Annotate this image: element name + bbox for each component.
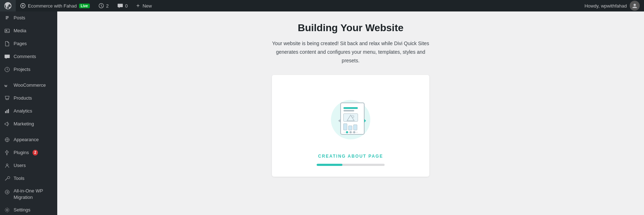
pages-icon (4, 40, 11, 47)
sidebar-item-marketing[interactable]: Marketing (0, 118, 57, 130)
comments-count: 0 (125, 3, 128, 9)
migration-icon (4, 188, 11, 196)
sidebar-item-tools[interactable]: Tools (0, 172, 57, 185)
page-subtitle: Your website is being created! Sit back … (272, 39, 429, 65)
sidebar-item-users[interactable]: Users (0, 159, 57, 172)
svg-point-11 (6, 209, 8, 211)
creating-label: CREATING ABOUT PAGE (318, 154, 383, 159)
migration-label: All-in-One WP Migration (14, 188, 54, 201)
plugins-badge: 2 (33, 150, 38, 156)
svg-rect-20 (348, 126, 352, 130)
sidebar-item-analytics[interactable]: Analytics (0, 105, 57, 118)
live-badge: Live (79, 4, 90, 8)
comments-item[interactable]: 0 (113, 0, 132, 11)
sidebar-item-plugins[interactable]: Plugins 2 (0, 146, 57, 159)
appearance-icon (4, 136, 11, 143)
svg-text:W: W (4, 84, 8, 88)
progress-bar-track (317, 164, 385, 166)
appearance-label: Appearance (14, 137, 39, 143)
sidebar-item-settings[interactable]: Settings (0, 204, 57, 215)
posts-label: Posts (14, 15, 25, 21)
svg-point-2 (6, 30, 7, 31)
svg-rect-6 (6, 110, 7, 113)
svg-rect-14 (343, 107, 358, 109)
page-title: Building Your Website (298, 22, 404, 34)
wp-logo-item[interactable] (0, 0, 16, 11)
sidebar-item-projects[interactable]: Projects (0, 63, 57, 76)
posts-icon (4, 14, 11, 22)
sidebar-item-posts[interactable]: Posts (0, 11, 57, 24)
plugins-icon (4, 149, 11, 156)
analytics-label: Analytics (14, 108, 32, 114)
user-avatar[interactable] (630, 1, 640, 11)
sidebar-item-products[interactable]: Products (0, 92, 57, 105)
woocommerce-label: WooCommerce (14, 82, 46, 89)
svg-rect-21 (353, 125, 357, 130)
svg-rect-19 (343, 124, 347, 130)
marketing-icon (4, 120, 11, 128)
progress-bar-fill (317, 164, 342, 166)
new-item[interactable]: + New (132, 0, 156, 11)
sidebar-item-migration[interactable]: All-in-One WP Migration (0, 185, 57, 204)
analytics-icon (4, 108, 11, 115)
products-label: Products (14, 95, 32, 101)
new-label: New (142, 3, 152, 9)
svg-rect-5 (5, 111, 6, 113)
woo-icon: W (4, 82, 11, 89)
admin-bar: Ecommerce with Fahad Live 2 0 + New Howd… (0, 0, 644, 11)
settings-icon (4, 206, 11, 214)
plugins-label: Plugins (14, 149, 29, 156)
media-icon (4, 27, 11, 34)
site-name: Ecommerce with Fahad (28, 3, 77, 9)
howdy-label: Howdy, wpwithfahad (585, 3, 627, 9)
svg-point-25 (353, 131, 355, 133)
tools-label: Tools (14, 175, 24, 182)
sidebar-item-media[interactable]: Media (0, 24, 57, 37)
svg-point-23 (346, 131, 348, 133)
website-illustration (322, 89, 379, 147)
sidebar-item-comments[interactable]: Comments (0, 50, 57, 63)
updates-count: 2 (106, 3, 109, 9)
svg-rect-15 (343, 110, 354, 111)
tools-icon (4, 175, 11, 182)
site-name-item[interactable]: Ecommerce with Fahad Live (16, 0, 94, 11)
sidebar-item-appearance[interactable]: Appearance (0, 133, 57, 146)
sidebar-item-pages[interactable]: Pages (0, 37, 57, 50)
svg-rect-7 (8, 109, 9, 113)
users-icon (4, 162, 11, 169)
comments-nav-icon (4, 53, 11, 60)
comments-label: Comments (14, 53, 36, 60)
svg-point-24 (350, 131, 352, 133)
svg-rect-1 (5, 29, 10, 33)
building-card: CREATING ABOUT PAGE (272, 75, 429, 177)
projects-label: Projects (14, 66, 30, 73)
updates-item[interactable]: 2 (94, 0, 113, 11)
users-label: Users (14, 162, 26, 169)
projects-icon (4, 66, 11, 73)
pages-label: Pages (14, 40, 27, 47)
media-label: Media (14, 28, 26, 34)
products-icon (4, 95, 11, 102)
svg-point-9 (6, 164, 8, 166)
plus-icon: + (136, 3, 140, 9)
marketing-label: Marketing (14, 121, 34, 127)
main-content: Building Your Website Your website is be… (57, 11, 644, 215)
sidebar-item-woocommerce[interactable]: W WooCommerce (0, 79, 57, 92)
settings-label: Settings (14, 207, 30, 213)
sidebar: Posts Media Pages Comments Projects W Wo… (0, 11, 57, 215)
